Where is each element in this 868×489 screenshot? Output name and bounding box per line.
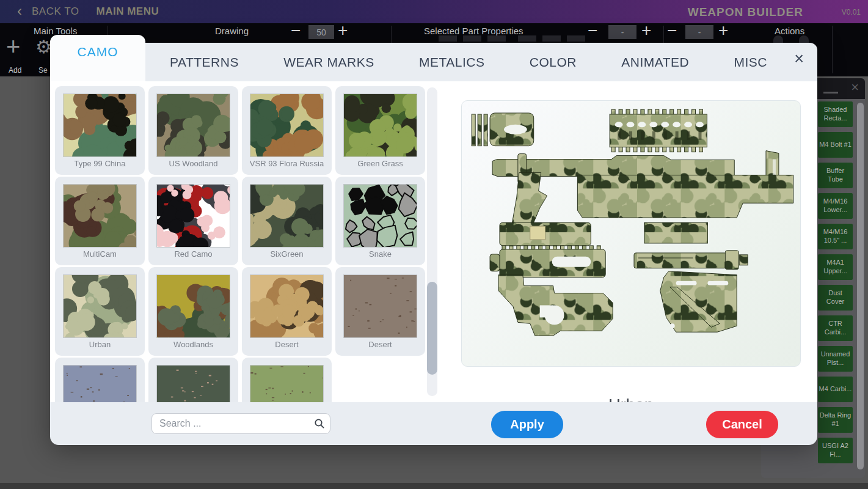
cancel-button[interactable]: Cancel xyxy=(706,411,778,438)
add-tool-icon[interactable]: + xyxy=(6,34,20,59)
camo-swatch-green-grass[interactable]: Green Grass xyxy=(335,86,425,175)
camo-swatch-image xyxy=(156,184,230,248)
part-button[interactable]: M4A1 Upper... xyxy=(818,254,853,280)
camo-selection-dialog: CAMO PATTERNSWEAR MARKSMETALICSCOLORANIM… xyxy=(50,35,817,445)
camo-swatch-label: Snake xyxy=(369,249,392,259)
selected-camo-name: Urban xyxy=(461,396,801,402)
parts-panel-scrollbar[interactable] xyxy=(857,103,864,469)
tab-color[interactable]: COLOR xyxy=(530,55,577,70)
back-chevron-icon: ‹ xyxy=(17,4,22,18)
camo-swatch-untitled-14[interactable] xyxy=(242,358,332,402)
top-bar: ‹ BACK TO MAIN MENU WEAPON BUILDER V0.01 xyxy=(0,0,868,23)
part-button[interactable]: Unnamed Pist... xyxy=(818,346,853,372)
part-button[interactable]: USGI A2 Fl... xyxy=(818,438,853,463)
app-version: V0.01 xyxy=(842,8,861,17)
camo-swatch-label: Red Camo xyxy=(174,249,212,259)
camo-swatch-untitled-12[interactable] xyxy=(55,358,145,402)
camo-swatch-red-camo[interactable]: Red Camo xyxy=(148,177,238,265)
camo-swatch-label: Desert xyxy=(368,340,392,349)
main-menu-label: MAIN MENU xyxy=(97,6,159,18)
part-button[interactable]: Dust Cover xyxy=(818,285,853,311)
camo-swatch-image xyxy=(343,94,417,157)
camo-swatch-vsr-93-flora-russia[interactable]: VSR 93 Flora Russia xyxy=(242,86,332,175)
tab-animated[interactable]: ANIMATED xyxy=(621,55,689,70)
swatch-list-scrollbar-track[interactable] xyxy=(427,87,437,396)
close-icon[interactable]: × xyxy=(851,79,859,95)
part-button[interactable]: M4 Carbi... xyxy=(818,377,853,402)
camo-swatch-image xyxy=(250,184,324,248)
camo-swatch-untitled-13[interactable] xyxy=(148,358,238,402)
parts-list: Shaded Recta...M4 Bolt #1Buffer TubeM4/M… xyxy=(818,101,853,463)
part-button[interactable]: Delta Ring #1 xyxy=(818,407,853,433)
camo-swatch-multicam[interactable]: MultiCam xyxy=(55,177,145,265)
camo-swatch-image xyxy=(156,274,230,338)
tab-wear-marks[interactable]: WEAR MARKS xyxy=(283,55,374,70)
camo-swatch-image xyxy=(156,94,230,157)
camo-swatch-image xyxy=(250,365,324,402)
camo-swatch-image xyxy=(343,184,417,248)
settings-tool-icon[interactable]: ⚙ xyxy=(35,38,52,56)
camo-preview-panel xyxy=(461,100,801,367)
swatch-list-scrollbar-thumb[interactable] xyxy=(427,282,437,375)
camo-swatch-image xyxy=(63,274,137,338)
search-field[interactable] xyxy=(151,413,330,434)
camo-swatch-label: Type 99 China xyxy=(75,159,126,168)
part-button[interactable]: CTR Carbi... xyxy=(818,315,853,341)
camo-swatch-type-99-china[interactable]: Type 99 China xyxy=(55,86,145,175)
toolbar-divider xyxy=(832,26,833,73)
part-button[interactable]: Shaded Recta... xyxy=(818,101,853,127)
camo-swatch-label: Urban xyxy=(89,340,111,349)
camo-swatch-sixgreen[interactable]: SixGreen xyxy=(242,177,332,265)
canvas-bottom-strip xyxy=(0,483,868,489)
dialog-body: Type 99 ChinaUS WoodlandVSR 93 Flora Rus… xyxy=(50,81,817,402)
camo-swatch-image xyxy=(156,365,230,402)
tab-camo-active[interactable]: CAMO xyxy=(50,35,145,81)
dialog-tabs: PATTERNSWEAR MARKSMETALICSCOLORANIMATEDM… xyxy=(160,43,777,81)
camo-swatch-image xyxy=(343,274,417,338)
camo-swatch-desert[interactable]: Desert xyxy=(335,267,425,356)
tab-patterns[interactable]: PATTERNS xyxy=(170,55,239,70)
weapon-builder-app: ‹ BACK TO MAIN MENU WEAPON BUILDER V0.01… xyxy=(0,0,868,489)
camo-swatch-image xyxy=(250,94,324,157)
tab-metalics[interactable]: METALICS xyxy=(419,55,484,70)
camo-swatch-label: Woodlands xyxy=(173,340,213,349)
camo-swatch-label: Desert xyxy=(275,340,298,349)
part-button[interactable]: M4/M16 10.5" ... xyxy=(818,224,853,249)
dialog-footer: Apply Cancel xyxy=(50,402,817,445)
apply-button[interactable]: Apply xyxy=(491,411,563,438)
minimize-icon[interactable] xyxy=(823,83,838,94)
camo-swatch-image xyxy=(63,365,137,402)
tab-misc[interactable]: MISC xyxy=(734,55,767,70)
camo-swatch-desert[interactable]: Desert xyxy=(242,267,332,356)
camo-swatch-label: MultiCam xyxy=(83,249,117,259)
app-title: WEAPON BUILDER xyxy=(688,6,803,19)
camo-swatch-label: VSR 93 Flora Russia xyxy=(250,159,324,168)
add-tool-label: Add xyxy=(9,66,21,75)
back-to-main-menu-button[interactable]: ‹ BACK TO MAIN MENU xyxy=(17,0,159,23)
settings-tool-label: Se xyxy=(38,66,48,75)
camo-swatch-label: Green Grass xyxy=(357,159,403,168)
search-input[interactable] xyxy=(152,418,309,429)
camo-swatch-label: SixGreen xyxy=(270,249,303,259)
camo-swatch-grid: Type 99 ChinaUS WoodlandVSR 93 Flora Rus… xyxy=(55,86,426,402)
part-button[interactable]: M4 Bolt #1 xyxy=(818,132,853,158)
back-to-label: BACK TO xyxy=(32,6,79,18)
dialog-close-icon[interactable]: × xyxy=(794,51,804,67)
camo-swatch-image xyxy=(250,274,324,338)
weapon-parts-preview xyxy=(462,101,800,366)
camo-swatch-us-woodland[interactable]: US Woodland xyxy=(148,86,238,175)
part-button[interactable]: M4/M16 Lower... xyxy=(818,193,853,219)
tab-camo-label: CAMO xyxy=(78,45,119,59)
search-icon xyxy=(309,418,330,429)
camo-swatch-image xyxy=(63,184,137,248)
camo-swatch-label: US Woodland xyxy=(169,159,218,168)
camo-swatch-urban[interactable]: Urban xyxy=(55,267,145,356)
camo-swatch-woodlands[interactable]: Woodlands xyxy=(148,267,238,356)
camo-swatch-snake[interactable]: Snake xyxy=(335,177,425,265)
part-button[interactable]: Buffer Tube xyxy=(818,163,853,188)
camo-swatch-image xyxy=(63,94,137,157)
